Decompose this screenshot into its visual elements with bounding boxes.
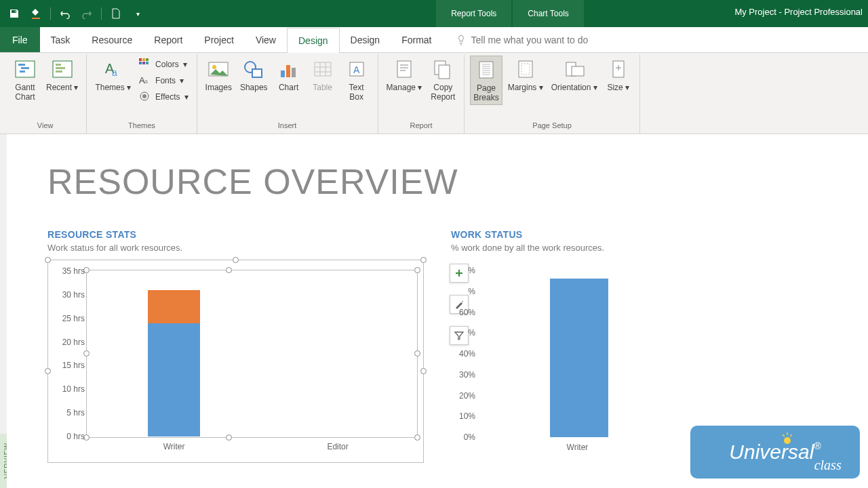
tab-design-report[interactable]: Design (287, 28, 340, 53)
report-title[interactable]: RESOURCE OVERVIEW (47, 161, 827, 202)
svg-rect-3 (20, 70, 25, 73)
images-button[interactable]: Images (203, 56, 235, 94)
themes-button[interactable]: AaThemes ▾ (92, 56, 134, 94)
group-themes: AaThemes ▾ Colors ▾ AaFonts ▾ Effects ▾ … (87, 54, 197, 134)
text-box-button[interactable]: AText Box (341, 56, 372, 104)
group-view: Gantt Chart Recent ▾ View (4, 54, 87, 134)
tab-resource[interactable]: Resource (81, 27, 143, 52)
section-resource-stats: RESOURCE STATS Work status for all work … (47, 229, 424, 463)
svg-text:A: A (353, 64, 360, 75)
section-title: RESOURCE STATS (47, 229, 424, 240)
table-button[interactable]: Table (307, 56, 338, 94)
svg-text:a: a (112, 67, 117, 78)
selection-handle[interactable] (420, 257, 427, 263)
y-tick: 10 hrs (50, 384, 85, 394)
document-icon[interactable] (107, 5, 125, 22)
save-icon[interactable] (5, 5, 23, 22)
contextual-tabs: Report Tools Chart Tools (436, 0, 584, 27)
svg-rect-7 (56, 70, 62, 73)
selection-handle[interactable] (420, 368, 427, 374)
selection-handle[interactable] (233, 257, 239, 263)
recent-button[interactable]: Recent ▾ (43, 56, 81, 94)
separator (101, 7, 102, 20)
chart-plot-area: % % 60% % 40% 30% 20% 10% 0% Writer Edit… (478, 270, 821, 437)
x-tick: Writer (567, 443, 589, 452)
tab-report[interactable]: Report (143, 27, 193, 52)
y-tick: 30 hrs (50, 290, 85, 300)
tab-format[interactable]: Format (391, 27, 442, 52)
tab-project[interactable]: Project (193, 27, 245, 52)
y-tick: % (452, 287, 475, 296)
tell-me-search[interactable]: Tell me what you want to do (456, 27, 589, 52)
undo-icon[interactable] (56, 5, 74, 22)
y-tick: 0 hrs (50, 432, 85, 441)
tab-task[interactable]: Task (40, 27, 81, 52)
watermark-logo: Universal® class (690, 426, 860, 479)
x-tick: Writer (163, 442, 185, 451)
redo-icon[interactable] (78, 5, 96, 22)
chart-resource-stats[interactable]: 35 hrs 30 hrs 25 hrs 20 hrs 15 hrs 10 hr… (47, 260, 424, 463)
svg-rect-5 (56, 64, 61, 66)
document-canvas[interactable]: VERVIEW RESOURCE OVERVIEW RESOURCE STATS… (0, 134, 868, 488)
y-tick: 20 hrs (50, 338, 85, 347)
y-tick: 20% (452, 391, 475, 401)
orientation-button[interactable]: Orientation ▾ (549, 56, 600, 94)
bar-writer-remaining[interactable] (148, 290, 200, 323)
fonts-button[interactable]: AaFonts ▾ (136, 73, 191, 88)
svg-rect-26 (292, 68, 296, 77)
separator (50, 7, 51, 20)
svg-rect-24 (281, 70, 285, 77)
section-subtitle: Work status for all work resources. (47, 243, 424, 253)
bar-writer-actual[interactable] (148, 323, 200, 436)
y-tick: 30% (452, 370, 475, 380)
shapes-button[interactable]: Shapes (237, 56, 271, 94)
title-bar: ▾ Report Tools Chart Tools My Project - … (0, 0, 868, 27)
colors-button[interactable]: Colors ▾ (136, 57, 191, 72)
effects-button[interactable]: Effects ▾ (136, 89, 191, 104)
y-tick: % (452, 266, 475, 275)
chart-plot-area: 35 hrs 30 hrs 25 hrs 20 hrs 15 hrs 10 hr… (89, 271, 416, 436)
tab-design-chart[interactable]: Design (340, 27, 391, 52)
svg-rect-6 (56, 67, 65, 69)
page-breaks-button[interactable]: Page Breaks (470, 56, 502, 105)
gantt-chart-button[interactable]: Gantt Chart (9, 56, 41, 104)
svg-text:a: a (144, 78, 148, 85)
tab-file[interactable]: File (0, 27, 40, 52)
paint-bucket-icon[interactable] (27, 5, 45, 22)
copy-report-button[interactable]: Copy Report (427, 56, 458, 104)
chart-button[interactable]: Chart (273, 56, 304, 94)
lightbulb-icon (781, 432, 794, 445)
svg-rect-30 (397, 61, 411, 77)
qat-customize-icon[interactable]: ▾ (129, 5, 146, 22)
margins-button[interactable]: Margins ▾ (505, 56, 546, 94)
svg-rect-11 (142, 58, 145, 61)
y-tick: 60% (452, 308, 475, 317)
quick-access-toolbar: ▾ (0, 5, 152, 22)
bar-writer-percent[interactable] (550, 279, 608, 437)
y-tick: 40% (452, 349, 475, 359)
group-report: Manage ▾ Copy Report Report (378, 54, 465, 134)
svg-rect-25 (286, 65, 290, 77)
app-title: My Project - Project Professional (734, 7, 863, 17)
svg-rect-1 (18, 64, 25, 66)
manage-button[interactable]: Manage ▾ (384, 56, 425, 94)
selection-handle[interactable] (45, 257, 51, 263)
y-tick: 5 hrs (50, 408, 85, 418)
y-tick: 0% (452, 432, 475, 442)
svg-point-21 (212, 65, 216, 69)
tab-view[interactable]: View (245, 27, 287, 52)
lightbulb-icon (456, 35, 466, 45)
size-button[interactable]: Size ▾ (603, 56, 634, 94)
svg-rect-27 (315, 62, 331, 76)
section-title: WORK STATUS (451, 229, 827, 240)
y-tick: 10% (452, 411, 475, 421)
contextual-tab-chart-tools: Chart Tools (513, 0, 583, 27)
svg-rect-2 (21, 67, 29, 69)
x-tick: Editor (327, 442, 348, 451)
group-insert: Images Shapes Chart Table AText Box Inse… (197, 54, 378, 134)
svg-rect-23 (252, 69, 262, 77)
contextual-tab-report-tools: Report Tools (436, 0, 511, 27)
svg-point-39 (784, 437, 791, 444)
y-tick: 25 hrs (50, 314, 85, 323)
tell-me-placeholder: Tell me what you want to do (471, 35, 589, 45)
